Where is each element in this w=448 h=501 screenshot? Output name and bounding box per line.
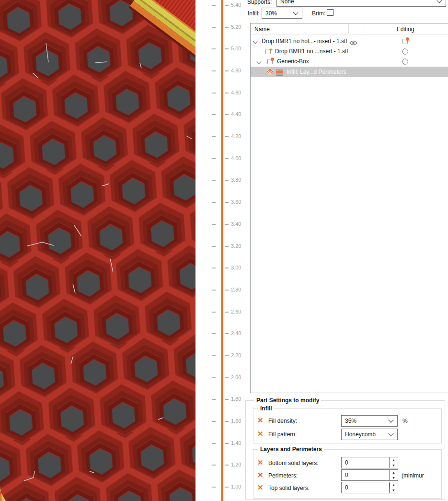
- slider-tick[interactable]: 5.20: [0, 24, 244, 31]
- slider-tick[interactable]: 5.00: [0, 46, 244, 52]
- supports-label: Supports:: [247, 0, 272, 5]
- remove-setting-icon[interactable]: ✕: [257, 471, 265, 479]
- tick-label: 1.00: [231, 484, 241, 489]
- tick-mark-right: [225, 333, 229, 334]
- slider-tick[interactable]: 2.60: [0, 309, 244, 315]
- top-solid-layers-value: 0: [345, 484, 348, 491]
- slider-tick[interactable]: 1.20: [0, 462, 244, 468]
- tick-mark-left: [212, 333, 216, 334]
- stepper-arrows: ▲▼: [389, 482, 398, 493]
- arrow-up-icon[interactable]: ▲: [390, 470, 398, 475]
- tick-mark-left: [212, 399, 216, 400]
- gear-icon[interactable]: [402, 58, 408, 65]
- infill-value: 30%: [265, 10, 277, 17]
- slider-tick[interactable]: 4.80: [0, 68, 244, 74]
- layer-slider-bar[interactable]: [221, 0, 223, 501]
- slider-tick[interactable]: 1.60: [0, 418, 244, 425]
- fill-density-dropdown[interactable]: 35%: [341, 415, 398, 427]
- layers-group-title: Layers and Perimeters: [258, 446, 324, 453]
- layers-icon: [276, 69, 283, 79]
- infill-group-title: Infill: [258, 405, 274, 412]
- tick-mark-left: [212, 114, 216, 115]
- bottom-solid-layers-label: Bottom solid layers:: [268, 460, 319, 466]
- fill-pattern-dropdown[interactable]: Honeycomb: [341, 429, 398, 440]
- slider-tick[interactable]: 5.40: [0, 2, 244, 9]
- remove-setting-icon[interactable]: ✕: [257, 417, 265, 424]
- brim-checkbox[interactable]: [327, 9, 333, 16]
- arrow-up-icon[interactable]: ▲: [390, 482, 398, 488]
- infill-dropdown[interactable]: 30%: [262, 8, 302, 19]
- supports-dropdown[interactable]: None: [276, 0, 446, 7]
- fill-density-unit: %: [402, 418, 408, 424]
- slider-tick[interactable]: 4.40: [0, 111, 244, 118]
- top-solid-layers-stepper[interactable]: 0 ▲▼: [341, 482, 398, 493]
- slider-tick[interactable]: 1.00: [0, 484, 244, 490]
- tick-label: 3.80: [231, 177, 241, 183]
- column-separator: [364, 24, 364, 34]
- perimeters-label: Perimeters:: [268, 472, 298, 479]
- arrow-down-icon[interactable]: ▼: [390, 488, 398, 493]
- tick-label: 5.00: [231, 46, 241, 51]
- tree-row-settings-selected[interactable]: Infill; Lay...d Perimeters: [251, 67, 448, 77]
- infill-label: Infill:: [248, 10, 260, 17]
- stepper-arrows: ▲▼: [389, 470, 398, 480]
- remove-setting-icon[interactable]: ✕: [257, 430, 265, 438]
- tick-mark-left: [212, 5, 216, 6]
- slider-tick[interactable]: 4.00: [0, 155, 244, 162]
- slider-tick[interactable]: 1.40: [0, 440, 244, 447]
- tick-mark-right: [225, 224, 229, 225]
- perimeters-value: 0: [345, 472, 348, 478]
- remove-setting-icon[interactable]: ✕: [257, 459, 265, 466]
- bottom-solid-layers-stepper[interactable]: 0 ▲▼: [341, 457, 398, 468]
- slider-tick[interactable]: 1.80: [0, 396, 244, 403]
- tick-mark-left: [212, 224, 216, 225]
- slider-tick[interactable]: 3.20: [0, 243, 244, 250]
- slider-tick[interactable]: 2.20: [0, 352, 244, 359]
- tick-mark-right: [225, 114, 229, 115]
- tree-row-label: Drop BMR1 no hol...- insert - 1.stl: [262, 36, 347, 47]
- tree-row-modifier[interactable]: Generic-Box: [251, 57, 448, 67]
- tick-label: 1.40: [231, 440, 241, 446]
- arrow-down-icon[interactable]: ▼: [390, 475, 398, 480]
- arrow-down-icon[interactable]: ▼: [390, 463, 398, 468]
- object-tree[interactable]: Name Editing Drop BMR1 no hol...- insert…: [250, 23, 448, 393]
- chevron-down-icon[interactable]: [253, 39, 258, 44]
- remove-setting-icon[interactable]: ✕: [257, 484, 265, 491]
- slider-tick[interactable]: 3.80: [0, 177, 244, 184]
- tick-mark-left: [212, 70, 216, 71]
- tick-label: 3.00: [231, 265, 241, 270]
- perimeters-note: (minimur: [402, 472, 424, 479]
- slider-tick[interactable]: 2.00: [0, 374, 244, 381]
- tick-label: 4.80: [231, 68, 241, 73]
- slider-tick[interactable]: 3.00: [0, 265, 244, 271]
- tick-mark-right: [225, 70, 229, 71]
- arrow-up-icon[interactable]: ▲: [390, 457, 398, 463]
- tick-label: 3.60: [231, 199, 241, 205]
- tick-label: 2.00: [231, 374, 241, 380]
- tick-mark-left: [212, 180, 216, 181]
- honeycomb-pattern: [0, 0, 195, 501]
- chevron-down-icon: [437, 0, 442, 3]
- slider-tick[interactable]: 4.60: [0, 90, 244, 96]
- tick-label: 2.40: [231, 330, 241, 336]
- slider-tick[interactable]: 4.20: [0, 133, 244, 140]
- tick-mark-right: [225, 377, 229, 378]
- perimeters-stepper[interactable]: 0 ▲▼: [341, 469, 398, 481]
- chevron-down-icon: [388, 431, 393, 436]
- slider-tick[interactable]: 2.80: [0, 287, 244, 293]
- tick-label: 5.20: [231, 24, 241, 30]
- tree-row-object[interactable]: Drop BMR1 no hol...- insert - 1.stl: [251, 36, 448, 47]
- slider-tick[interactable]: 3.60: [0, 199, 244, 206]
- tick-label: 4.20: [231, 133, 241, 139]
- tick-mark-right: [225, 202, 229, 203]
- slider-tick[interactable]: 2.40: [0, 330, 244, 337]
- slider-tick[interactable]: 3.40: [0, 221, 244, 228]
- gear-icon[interactable]: [402, 48, 408, 55]
- chevron-down-icon[interactable]: [257, 59, 262, 64]
- tree-row-part[interactable]: Drop BMR1 no ...nsert - 1.stl: [251, 47, 448, 57]
- tick-mark-right: [225, 5, 229, 6]
- 3d-viewport[interactable]: [0, 0, 195, 501]
- object-settings-icon[interactable]: [402, 39, 408, 44]
- tick-mark-right: [225, 27, 229, 28]
- tick-mark-right: [225, 136, 229, 137]
